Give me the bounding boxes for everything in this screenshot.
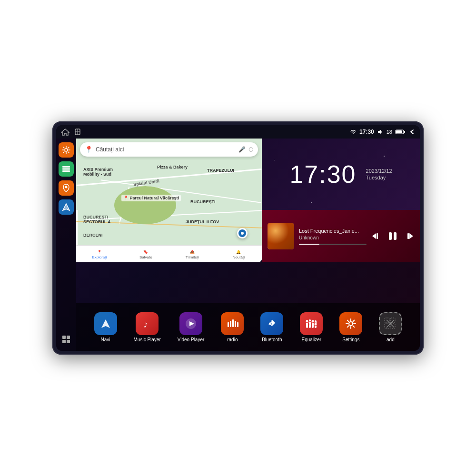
signal-icon [350, 129, 357, 135]
map-label-axis: AXIS PremiumMobility - Sud [83, 167, 113, 177]
add-label: add [387, 337, 395, 342]
navi-arrow-icon [99, 317, 112, 330]
svg-rect-47 [385, 324, 389, 328]
video-icon [179, 312, 202, 335]
map-nav-news[interactable]: 🔔 Noutăți [216, 248, 262, 259]
album-art [268, 223, 294, 249]
plus-icon [384, 317, 397, 330]
volume-icon [377, 129, 384, 135]
music-title: Lost Frequencies_Janie... [299, 228, 361, 234]
app-video[interactable]: Video Player [178, 312, 205, 342]
radio-label: radio [227, 337, 238, 342]
sidebar-grid-btn[interactable] [59, 332, 74, 347]
status-right: 17:30 18 [350, 129, 415, 135]
prev-button[interactable] [371, 231, 381, 241]
svg-rect-15 [62, 336, 66, 339]
map-nav-send[interactable]: 📤 Trimiteți [169, 248, 216, 259]
sidebar [56, 139, 76, 351]
status-left [61, 128, 81, 136]
app-equalizer[interactable]: Equalizer [300, 312, 323, 342]
map-search-placeholder: Căutați aici [96, 146, 236, 153]
svg-point-39 [308, 321, 311, 324]
map-search-bar[interactable]: 📍 Căutați aici 🎤 ⬡ [80, 142, 258, 157]
music-note-icon: ♪ [141, 317, 153, 330]
svg-rect-46 [390, 318, 395, 323]
svg-rect-36 [312, 322, 314, 328]
svg-point-12 [65, 186, 68, 188]
map-bottom-nav: 📍 Explorați 🔖 Salvate 📤 Trimiteți � [76, 245, 262, 262]
svg-marker-4 [378, 130, 381, 134]
app-radio[interactable]: radio [221, 312, 244, 342]
app-bluetooth[interactable]: Bluetooth [260, 312, 283, 342]
map-label-buc: BUCUREȘTI [190, 199, 216, 204]
music-icon: ♪ [136, 312, 159, 335]
play-icon [185, 317, 197, 330]
radio-wave-icon [226, 317, 238, 330]
map-label-berceni: BERCENI [83, 233, 103, 238]
home-icon[interactable] [61, 128, 69, 136]
equalizer-bars-icon [305, 317, 317, 330]
navi-label: Navi [100, 337, 110, 342]
equalizer-icon [300, 312, 323, 335]
svg-point-40 [311, 320, 314, 323]
app-navi[interactable]: Navi [94, 312, 117, 342]
svg-rect-9 [62, 166, 70, 168]
gear-icon [345, 317, 357, 330]
svg-marker-0 [61, 129, 69, 135]
svg-marker-14 [63, 204, 69, 210]
music-artist: Unknown [299, 235, 367, 240]
svg-rect-33 [237, 322, 238, 327]
map-explore-icon: 📍 [97, 250, 102, 254]
map-search-pin: 📍 [85, 146, 93, 153]
app-music[interactable]: ♪ Music Player [134, 312, 161, 342]
music-controls [371, 231, 414, 241]
pause-button[interactable] [387, 231, 398, 241]
time-display: 17:30 [359, 129, 374, 135]
map-explore-label: Explorați [92, 255, 107, 259]
music-label: Music Player [134, 337, 161, 342]
clock-time: 17:30 [289, 160, 356, 188]
app-settings[interactable]: Settings [339, 312, 362, 342]
sidebar-nav-btn[interactable] [59, 199, 74, 215]
map-send-label: Trimiteți [186, 255, 199, 259]
svg-rect-31 [232, 319, 234, 327]
svg-text:♪: ♪ [143, 319, 148, 329]
radio-icon [221, 312, 244, 335]
next-button[interactable] [405, 231, 414, 241]
device-frame: 17:30 18 [52, 121, 424, 355]
map-saved-icon: 🔖 [143, 250, 148, 254]
map-label-parc: 📍 Parcul Natural Văcărești [121, 195, 181, 201]
svg-marker-25 [101, 319, 110, 328]
apps-row: Navi ♪ Music Player [76, 303, 420, 351]
svg-rect-29 [228, 322, 229, 327]
svg-rect-24 [407, 233, 409, 239]
location-status-icon [74, 128, 81, 136]
clock-date-value: 2023/12/12 [366, 168, 392, 174]
sidebar-settings-btn[interactable] [59, 142, 74, 158]
map-nav-explore[interactable]: 📍 Explorați [76, 248, 123, 259]
music-progress-fill [299, 244, 319, 245]
map-label-sector: BUCUREȘTISECTORUL 4 [83, 215, 110, 224]
map-mic-icon[interactable]: 🎤 [238, 146, 246, 153]
bluetooth-label: Bluetooth [262, 337, 282, 342]
svg-rect-21 [389, 232, 392, 240]
sidebar-menu-btn[interactable] [59, 161, 74, 177]
map-nav-saved[interactable]: 🔖 Salvate [123, 248, 169, 259]
album-art-inner [268, 223, 294, 249]
back-icon[interactable] [408, 129, 415, 135]
svg-rect-16 [67, 336, 70, 339]
svg-rect-17 [62, 340, 66, 343]
app-add[interactable]: add [379, 312, 402, 342]
map-layers-icon[interactable]: ⬡ [248, 146, 253, 153]
main-content: 📍 Căutați aici 🎤 ⬡ AXIS PremiumMobility … [56, 139, 420, 351]
battery-icon [395, 129, 406, 135]
map-widget[interactable]: 📍 Căutați aici 🎤 ⬡ AXIS PremiumMobility … [76, 139, 262, 262]
music-info: Lost Frequencies_Janie... Unknown [299, 228, 367, 245]
svg-marker-23 [409, 233, 413, 239]
svg-rect-20 [377, 233, 378, 239]
settings-icon [62, 146, 70, 154]
bluetooth-symbol-icon [266, 317, 278, 330]
music-widget: Lost Frequencies_Janie... Unknown [262, 210, 420, 262]
settings-label: Settings [342, 337, 359, 342]
sidebar-map-btn[interactable] [59, 180, 74, 196]
